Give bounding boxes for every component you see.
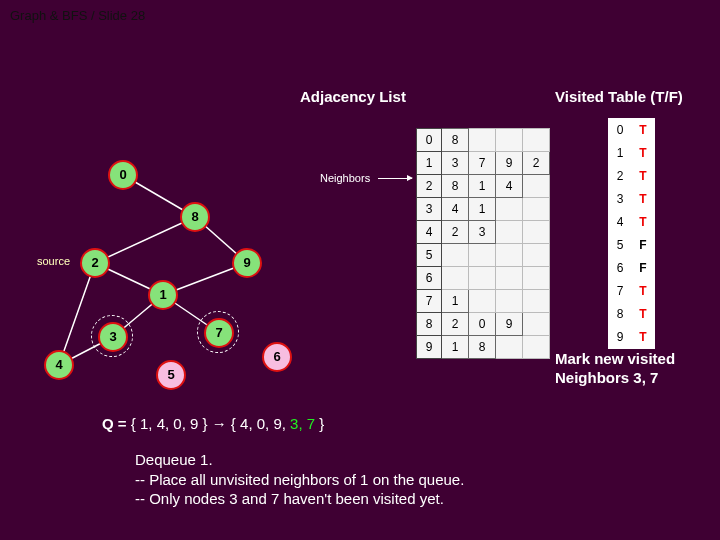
adjacency-title: Adjacency List [300, 88, 406, 105]
adj-cell [469, 267, 496, 290]
adj-row-index: 4 [417, 221, 442, 244]
adj-cell: 9 [496, 313, 523, 336]
adj-cell [523, 129, 550, 152]
slide: Graph & BFS / Slide 28 Adjacency List Vi… [0, 0, 720, 540]
queue-after-plain: { 4, 0, 9, [231, 415, 290, 432]
adj-cell [469, 290, 496, 313]
adj-cell [523, 336, 550, 359]
adj-cell [496, 198, 523, 221]
graph-node-6: 6 [262, 342, 292, 372]
visited-value: T [632, 188, 655, 211]
visited-title: Visited Table (T/F) [555, 88, 683, 105]
adjacency-table: 0813792281434142356718209918 [416, 128, 550, 359]
adj-cell [496, 290, 523, 313]
graph-node-2: 2 [80, 248, 110, 278]
queue-line: Q = { 1, 4, 0, 9 } → { 4, 0, 9, 3, 7 } [102, 415, 324, 432]
adj-cell: 8 [442, 129, 469, 152]
source-label: source [37, 255, 70, 267]
visited-index: 6 [609, 257, 632, 280]
adj-cell: 1 [442, 290, 469, 313]
graph-node-9: 9 [232, 248, 262, 278]
explain-l3: -- Only nodes 3 and 7 haven't been visit… [135, 489, 464, 509]
adj-cell [442, 267, 469, 290]
adj-cell [523, 175, 550, 198]
queue-after-close: } [315, 415, 324, 432]
visited-index: 1 [609, 142, 632, 165]
adj-cell [496, 244, 523, 267]
graph-node-8: 8 [180, 202, 210, 232]
visited-value: T [632, 142, 655, 165]
queue-prefix: Q = [102, 415, 127, 432]
adj-row-index: 9 [417, 336, 442, 359]
graph-node-5: 5 [156, 360, 186, 390]
adj-cell: 4 [496, 175, 523, 198]
visited-index: 0 [609, 119, 632, 142]
adj-cell: 1 [469, 175, 496, 198]
adj-cell [496, 129, 523, 152]
adj-row-index: 2 [417, 175, 442, 198]
adj-cell: 9 [496, 152, 523, 175]
graph-node-7: 7 [204, 318, 234, 348]
visited-value: T [632, 119, 655, 142]
explain-l2: -- Place all unvisited neighbors of 1 on… [135, 470, 464, 490]
adj-cell: 3 [469, 221, 496, 244]
graph-node-3: 3 [98, 322, 128, 352]
mark-visited-text: Mark new visited Neighbors 3, 7 [555, 350, 675, 388]
graph-edge [95, 217, 195, 263]
graph-edge [59, 263, 95, 365]
adj-cell: 8 [469, 336, 496, 359]
adj-cell [469, 129, 496, 152]
adj-cell: 7 [469, 152, 496, 175]
adj-cell: 2 [523, 152, 550, 175]
adj-cell [523, 313, 550, 336]
adj-row-index: 8 [417, 313, 442, 336]
neighbors-label: Neighbors [320, 172, 370, 184]
neighbors-arrow-icon [378, 178, 412, 179]
visited-index: 7 [609, 280, 632, 303]
adj-cell: 1 [469, 198, 496, 221]
graph-node-0: 0 [108, 160, 138, 190]
visited-value: F [632, 257, 655, 280]
visited-index: 4 [609, 211, 632, 234]
adj-row-index: 1 [417, 152, 442, 175]
adj-row-index: 0 [417, 129, 442, 152]
adj-cell [523, 198, 550, 221]
adj-row-index: 3 [417, 198, 442, 221]
adj-cell: 3 [442, 152, 469, 175]
explanation: Dequeue 1. -- Place all unvisited neighb… [135, 450, 464, 509]
adj-row-index: 5 [417, 244, 442, 267]
adj-cell [496, 221, 523, 244]
graph-node-1: 1 [148, 280, 178, 310]
adj-cell [523, 267, 550, 290]
adj-cell: 2 [442, 313, 469, 336]
adj-cell: 8 [442, 175, 469, 198]
visited-index: 9 [609, 326, 632, 349]
slide-header: Graph & BFS / Slide 28 [10, 8, 145, 23]
mark-line1: Mark new visited [555, 350, 675, 367]
visited-value: T [632, 280, 655, 303]
adj-cell [523, 244, 550, 267]
adj-cell: 2 [442, 221, 469, 244]
visited-index: 8 [609, 303, 632, 326]
visited-index: 5 [609, 234, 632, 257]
visited-value: T [632, 211, 655, 234]
queue-after-new: 3, 7 [290, 415, 315, 432]
adj-cell [523, 290, 550, 313]
queue-before: { 1, 4, 0, 9 } [131, 415, 208, 432]
adj-cell [496, 267, 523, 290]
adj-cell: 0 [469, 313, 496, 336]
graph-node-4: 4 [44, 350, 74, 380]
adj-cell [523, 221, 550, 244]
visited-table: 0T1T2T3T4T5F6F7T8T9T [608, 118, 655, 349]
explain-l1: Dequeue 1. [135, 450, 464, 470]
visited-index: 3 [609, 188, 632, 211]
adj-row-index: 7 [417, 290, 442, 313]
queue-arrow-icon: → [212, 415, 227, 432]
adj-cell [496, 336, 523, 359]
adj-cell: 1 [442, 336, 469, 359]
visited-value: T [632, 326, 655, 349]
adj-cell [442, 244, 469, 267]
visited-value: T [632, 303, 655, 326]
visited-value: F [632, 234, 655, 257]
adj-cell: 4 [442, 198, 469, 221]
